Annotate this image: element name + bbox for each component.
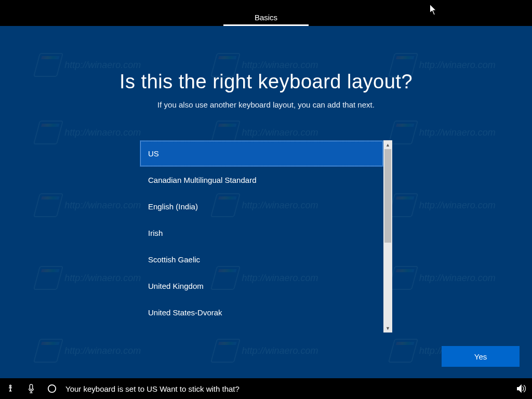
list-item[interactable]: Canadian Multilingual Standard [140,167,383,193]
microphone-icon[interactable] [21,378,42,399]
tab-label: Basics [255,13,277,22]
list-item[interactable]: Irish [140,220,383,246]
taskbar: Your keyboard is set to US Want to stick… [0,378,532,399]
tab-basics[interactable]: Basics [223,8,309,26]
list-item[interactable]: English (India) [140,193,383,220]
accessibility-icon[interactable] [0,378,21,399]
taskbar-status-text: Your keyboard is set to US Want to stick… [65,384,240,393]
cortana-icon[interactable] [42,378,62,399]
list-item-label: United States-Dvorak [148,308,222,317]
scroll-up-button[interactable]: ▲ [383,140,392,149]
svg-point-2 [48,385,56,392]
layout-list-viewport: US Canadian Multilingual Standard Englis… [140,140,383,332]
list-item-label: United Kingdom [148,282,204,290]
top-tabbar: Basics [0,0,532,26]
scroll-thumb[interactable] [384,149,391,243]
yes-button[interactable]: Yes [442,346,520,367]
keyboard-layout-list: US Canadian Multilingual Standard Englis… [140,140,392,332]
list-item[interactable]: United Kingdom [140,273,383,299]
list-item-label: Scottish Gaelic [148,255,200,264]
page-title: Is this the right keyboard layout? [0,71,532,93]
list-item-label: US [148,149,159,158]
list-item[interactable]: US [140,140,383,167]
heading-block: Is this the right keyboard layout? If yo… [0,71,532,109]
list-item-label: Canadian Multilingual Standard [148,176,256,184]
scroll-down-button[interactable]: ▼ [383,324,392,332]
list-item-label: Irish [148,229,163,237]
oobe-main-panel: http://winaero.comhttp://winaero.comhttp… [0,26,532,378]
list-item-label: English (India) [148,202,198,211]
svg-point-0 [10,385,11,387]
scrollbar[interactable]: ▲ ▼ [383,140,392,332]
list-item[interactable]: Scottish Gaelic [140,246,383,273]
list-item[interactable]: United States-Dvorak [140,299,383,326]
volume-icon[interactable] [511,378,532,399]
page-subtitle: If you also use another keyboard layout,… [0,100,532,109]
yes-button-label: Yes [474,352,487,361]
svg-rect-1 [30,384,32,390]
